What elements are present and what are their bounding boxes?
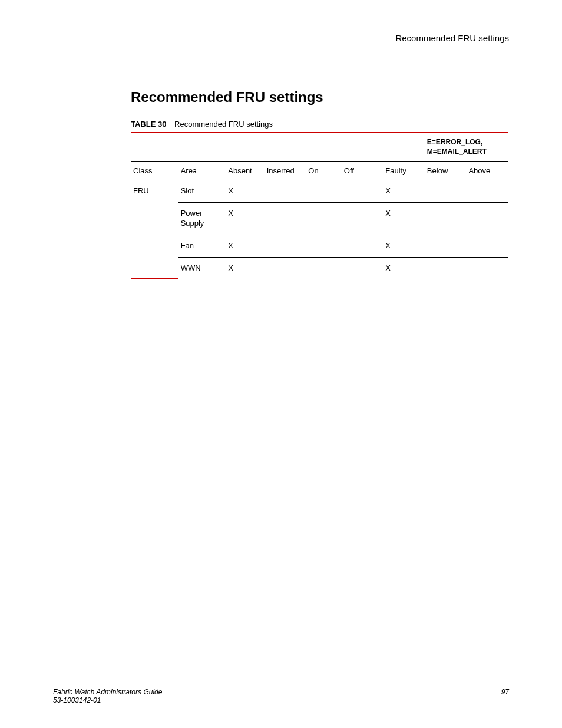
section-title: Recommended FRU settings [131,89,509,106]
col-area: Area [178,162,226,180]
col-off: Off [342,162,384,180]
col-above: Above [466,162,508,180]
cell-on [306,257,341,278]
content-area: Recommended FRU settings TABLE 30 Recomm… [131,89,509,279]
legend-line1: E=ERROR_LOG, [427,138,482,146]
table-row: WWN X X [131,257,508,278]
cell-faulty: X [383,180,425,203]
page-container: Recommended FRU settings Recommended FRU… [0,0,562,728]
page-number: 97 [501,688,509,696]
table-row: FRU Slot X X [131,180,508,203]
cell-below [425,203,467,235]
cell-absent: X [226,180,265,203]
column-header-row: Class Area Absent Inserted On Off Faulty… [131,162,508,180]
cell-absent: X [226,203,265,235]
cell-off [342,180,384,203]
footer-title: Fabric Watch Administrators Guide [53,688,162,696]
cell-off [342,235,384,257]
cell-absent: X [226,257,265,278]
cell-inserted [265,203,306,235]
cell-area: Power Supply [178,203,226,235]
col-below: Below [425,162,467,180]
cell-faulty: X [383,257,425,278]
cell-class: FRU [131,180,178,203]
cell-above [466,235,508,257]
col-inserted: Inserted [265,162,306,180]
cell-area: Slot [178,180,226,203]
cell-area: WWN [178,257,226,278]
fru-settings-table: E=ERROR_LOG, M=EMAIL_ALERT Class Area Ab… [131,132,508,279]
table-caption-text: Recommended FRU settings [174,120,273,129]
col-class: Class [131,162,178,180]
table-caption: TABLE 30 Recommended FRU settings [131,120,509,129]
cell-above [466,203,508,235]
legend-text: E=ERROR_LOG, M=EMAIL_ALERT [425,133,508,162]
cell-absent: X [226,235,265,257]
running-head: Recommended FRU settings [53,33,509,43]
footer-docnum: 53-1003142-01 [53,696,101,704]
cell-inserted [265,180,306,203]
cell-on [306,235,341,257]
cell-faulty: X [383,235,425,257]
table-row: Power Supply X X [131,203,508,235]
cell-below [425,235,467,257]
legend-line2: M=EMAIL_ALERT [427,147,487,156]
cell-below [425,257,467,278]
cell-inserted [265,235,306,257]
cell-off [342,257,384,278]
legend-row: E=ERROR_LOG, M=EMAIL_ALERT [131,133,508,162]
col-on: On [306,162,341,180]
table-label: TABLE 30 [131,120,166,129]
cell-above [466,180,508,203]
cell-inserted [265,257,306,278]
page-footer: 97 Fabric Watch Administrators Guide 53-… [53,688,509,704]
col-absent: Absent [226,162,265,180]
cell-area: Fan [178,235,226,257]
cell-off [342,203,384,235]
cell-above [466,257,508,278]
table-row: Fan X X [131,235,508,257]
col-faulty: Faulty [383,162,425,180]
cell-on [306,180,341,203]
cell-below [425,180,467,203]
cell-faulty: X [383,203,425,235]
cell-on [306,203,341,235]
